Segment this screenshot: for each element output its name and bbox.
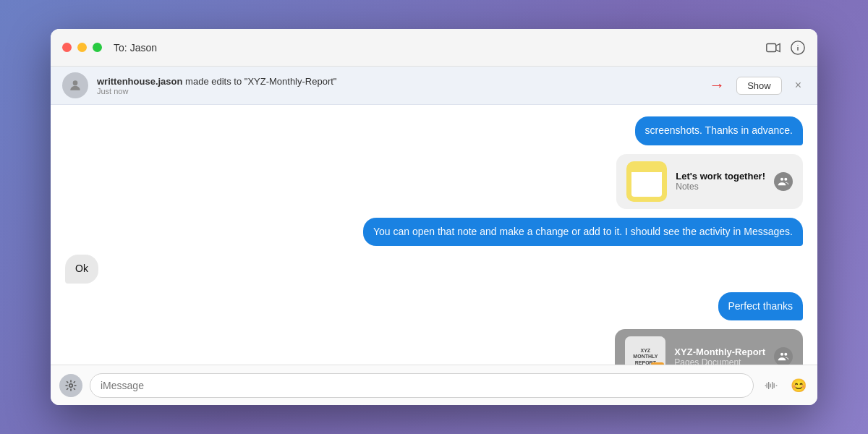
- note-icon: [626, 161, 667, 202]
- audio-input-icon[interactable]: [761, 375, 781, 396]
- message-bubble: Ok: [65, 255, 98, 284]
- input-area: 😊: [51, 365, 817, 405]
- emoji-icon[interactable]: 😊: [788, 375, 809, 396]
- waveform-icon: [764, 378, 778, 393]
- minimize-button[interactable]: [77, 43, 87, 52]
- svg-point-6: [784, 177, 787, 180]
- note-card[interactable]: Let's work together! Notes: [616, 154, 803, 209]
- note-title: Let's work together!: [676, 171, 765, 182]
- maximize-button[interactable]: [93, 43, 102, 52]
- video-icon[interactable]: [765, 40, 781, 56]
- title-bar-actions: [765, 40, 806, 56]
- notif-file: "XYZ-Monthly-Report": [244, 76, 337, 87]
- collab-icon-doc: [774, 347, 793, 365]
- info-icon[interactable]: [790, 40, 806, 56]
- show-button[interactable]: Show: [736, 77, 782, 95]
- people-icon: [778, 176, 789, 187]
- doc-thumb-content: XYZMONTHLYREPORT: [625, 336, 665, 365]
- chat-area: screenshots. Thanks in advance. Let's wo…: [51, 105, 817, 365]
- notif-avatar: [62, 72, 88, 98]
- app-store-icon[interactable]: [59, 374, 82, 397]
- notification-arrow: →: [709, 76, 725, 95]
- message-row: XYZMONTHLYREPORT XYZ-Monthly-Report: [65, 329, 803, 365]
- note-subtitle: Notes: [676, 182, 765, 192]
- message-row: Perfect thanks: [65, 292, 803, 321]
- notif-main: writtenhouse.jason made edits to "XYZ-Mo…: [97, 76, 700, 87]
- doc-subtitle: Pages Document: [674, 357, 765, 365]
- message-row: screenshots. Thanks in advance.: [65, 116, 803, 145]
- people-icon-doc: [778, 351, 789, 362]
- doc-thumbnail: XYZMONTHLYREPORT: [625, 336, 665, 365]
- message-row: Ok: [65, 255, 803, 284]
- message-bubble: Perfect thanks: [718, 292, 804, 321]
- user-icon: [68, 78, 82, 93]
- pages-badge: [651, 362, 664, 365]
- note-icon-inner: [631, 166, 662, 197]
- message-bubble: screenshots. Thanks in advance.: [635, 116, 803, 145]
- doc-card[interactable]: XYZMONTHLYREPORT XYZ-Monthly-Report: [615, 329, 803, 365]
- notif-action-text: made edits to: [185, 76, 242, 87]
- messages-window: To: Jason writtenhouse.jaso: [51, 29, 817, 405]
- recipient-name: Jason: [130, 42, 157, 54]
- message-input[interactable]: [90, 373, 754, 398]
- svg-point-11: [784, 353, 787, 356]
- close-button[interactable]: [62, 43, 72, 52]
- note-info: Let's work together! Notes: [676, 171, 765, 192]
- apps-icon: [64, 379, 77, 392]
- traffic-lights: [62, 43, 102, 52]
- svg-point-10: [780, 353, 783, 356]
- svg-point-5: [780, 177, 783, 180]
- svg-rect-0: [767, 43, 776, 51]
- message-row: Let's work together! Notes: [65, 154, 803, 209]
- to-label: To:: [114, 42, 127, 54]
- title-bar: To: Jason: [51, 29, 817, 67]
- doc-info: XYZ-Monthly-Report Pages Document: [674, 346, 765, 365]
- notif-text: writtenhouse.jason made edits to "XYZ-Mo…: [97, 76, 700, 95]
- notification-close-button[interactable]: ×: [791, 77, 806, 93]
- notif-username: writtenhouse.jason: [97, 76, 182, 87]
- collab-icon: [774, 172, 793, 191]
- notification-banner: writtenhouse.jason made edits to "XYZ-Mo…: [51, 67, 817, 105]
- svg-point-12: [69, 383, 73, 387]
- message-bubble: You can open that note and make a change…: [363, 218, 803, 247]
- doc-title: XYZ-Monthly-Report: [674, 346, 765, 357]
- notif-time: Just now: [97, 87, 700, 95]
- message-row: You can open that note and make a change…: [65, 218, 803, 247]
- svg-point-4: [73, 80, 78, 85]
